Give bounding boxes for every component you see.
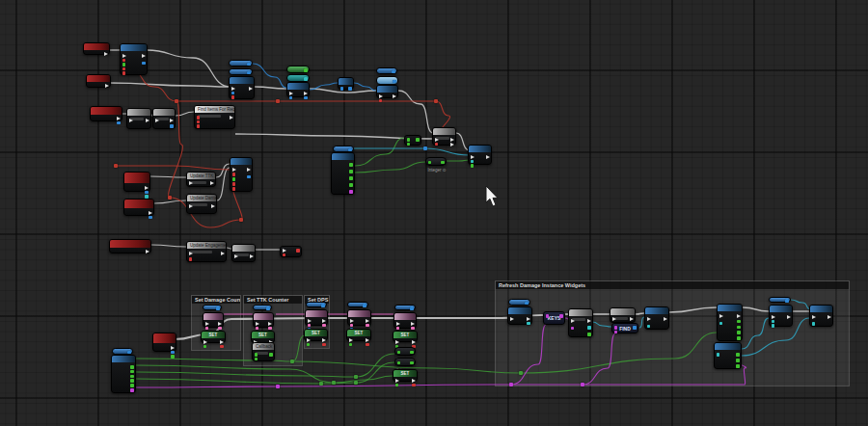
- pin-x[interactable]: [435, 138, 439, 142]
- cap-blue-node-45[interactable]: [347, 302, 368, 307]
- reroute-node[interactable]: [239, 218, 243, 222]
- pin-x[interactable]: [146, 119, 149, 122]
- reroute-node[interactable]: [276, 99, 280, 103]
- pin-x[interactable]: [234, 254, 238, 258]
- pin-b[interactable]: [410, 306, 414, 310]
- fn-node-27[interactable]: [230, 157, 253, 192]
- gray-node-21[interactable]: [432, 127, 456, 146]
- pin-x[interactable]: [105, 84, 109, 88]
- pin-x[interactable]: [630, 317, 634, 321]
- pin-c[interactable]: [717, 353, 720, 357]
- update-engagement-tags-node[interactable]: Update Engagement Tags: [186, 241, 227, 262]
- pin-g[interactable]: [130, 370, 134, 374]
- pin-b[interactable]: [216, 306, 220, 310]
- pin-g[interactable]: [737, 336, 741, 340]
- pin-x[interactable]: [412, 340, 416, 344]
- find-items-for-requested-tag-node[interactable]: Find Items For Requested Tag: [194, 105, 235, 129]
- pin-x[interactable]: [772, 315, 775, 319]
- pin-g[interactable]: [232, 177, 236, 181]
- fn-node-34[interactable]: [111, 355, 136, 393]
- reroute-node[interactable]: [290, 359, 294, 363]
- pin-g[interactable]: [307, 343, 311, 347]
- cap-blue-node-17[interactable]: [333, 146, 354, 152]
- cap-blue-node-48[interactable]: [394, 305, 416, 310]
- event-node-32[interactable]: [152, 333, 176, 352]
- pin-r[interactable]: [122, 67, 126, 71]
- pin-x[interactable]: [249, 87, 253, 91]
- pin-g[interactable]: [130, 365, 134, 369]
- pin-x[interactable]: [283, 249, 286, 253]
- pin-g[interactable]: [410, 361, 414, 365]
- pin-x[interactable]: [737, 314, 741, 318]
- pin-g[interactable]: [407, 143, 411, 146]
- pin-x[interactable]: [205, 322, 209, 326]
- pin-x[interactable]: [411, 322, 415, 326]
- pin-x[interactable]: [142, 54, 146, 58]
- update-ttk-stat-row-node[interactable]: Update TTK Stat Row: [186, 172, 216, 187]
- pin-x[interactable]: [571, 319, 575, 323]
- pin-b[interactable]: [171, 351, 175, 355]
- pin-b[interactable]: [785, 299, 789, 303]
- event-node-23[interactable]: [123, 172, 150, 192]
- pin-g[interactable]: [397, 361, 401, 365]
- pin-b[interactable]: [393, 80, 396, 84]
- pin-x[interactable]: [308, 319, 312, 323]
- set-node[interactable]: SET: [393, 331, 418, 342]
- pin-x[interactable]: [471, 155, 475, 159]
- pin-g[interactable]: [736, 353, 740, 357]
- pin-p[interactable]: [256, 327, 259, 331]
- fnp-node-36[interactable]: [203, 312, 224, 328]
- event-node-3[interactable]: [90, 106, 122, 121]
- pin-g[interactable]: [410, 351, 414, 355]
- pin-g[interactable]: [130, 384, 134, 387]
- pin-x[interactable]: [146, 250, 149, 253]
- fn-node-1[interactable]: [120, 43, 148, 75]
- pin-b[interactable]: [127, 351, 131, 355]
- pin-x[interactable]: [129, 119, 133, 122]
- pin-x[interactable]: [203, 340, 207, 344]
- pin-r[interactable]: [435, 143, 439, 146]
- pin-p[interactable]: [366, 324, 369, 328]
- reroute-node[interactable]: [509, 383, 513, 386]
- pin-g[interactable]: [349, 343, 353, 347]
- pin-g[interactable]: [203, 345, 207, 349]
- reroute-node[interactable]: [423, 146, 427, 150]
- pin-b[interactable]: [266, 306, 270, 310]
- pin-g[interactable]: [349, 170, 353, 173]
- pin-b[interactable]: [170, 124, 174, 128]
- pin-r[interactable]: [296, 249, 300, 253]
- pin-g[interactable]: [587, 333, 591, 336]
- pin-m[interactable]: [559, 314, 563, 318]
- pin-x[interactable]: [221, 252, 225, 255]
- fn-node-64[interactable]: [769, 305, 793, 327]
- pin-x[interactable]: [268, 322, 272, 326]
- pin-x[interactable]: [612, 317, 616, 321]
- pin-b[interactable]: [145, 191, 149, 195]
- pin-p[interactable]: [396, 327, 400, 331]
- pin-x[interactable]: [366, 319, 369, 323]
- pin-m[interactable]: [546, 314, 550, 318]
- pin-b[interactable]: [363, 304, 366, 307]
- pin-b[interactable]: [289, 96, 293, 100]
- pin-x[interactable]: [145, 186, 149, 190]
- pin-x[interactable]: [210, 181, 214, 185]
- pin-r[interactable]: [122, 59, 126, 63]
- fn-node-9[interactable]: [229, 76, 255, 99]
- pin-g[interactable]: [130, 375, 134, 379]
- pin-x[interactable]: [155, 119, 159, 122]
- pin-c[interactable]: [772, 324, 775, 328]
- reroute-node[interactable]: [332, 381, 336, 385]
- pin-x[interactable]: [189, 181, 193, 185]
- cap-blue-node-8[interactable]: [229, 68, 253, 75]
- pin-g[interactable]: [736, 364, 740, 368]
- pin-c[interactable]: [772, 320, 775, 324]
- fnp-node-49[interactable]: [393, 312, 417, 329]
- pin-g[interactable]: [395, 384, 399, 387]
- pin-c[interactable]: [527, 322, 530, 326]
- pin-x[interactable]: [527, 317, 530, 321]
- gray-node-57[interactable]: [568, 308, 593, 337]
- fn-node-61[interactable]: [717, 304, 743, 341]
- blueprint-canvas[interactable]: Set Damage CounterSet TTK CounterSet DPS…: [0, 0, 868, 426]
- cap-lblue-node-15[interactable]: [376, 76, 398, 85]
- cap-blue-node-42[interactable]: [306, 302, 327, 307]
